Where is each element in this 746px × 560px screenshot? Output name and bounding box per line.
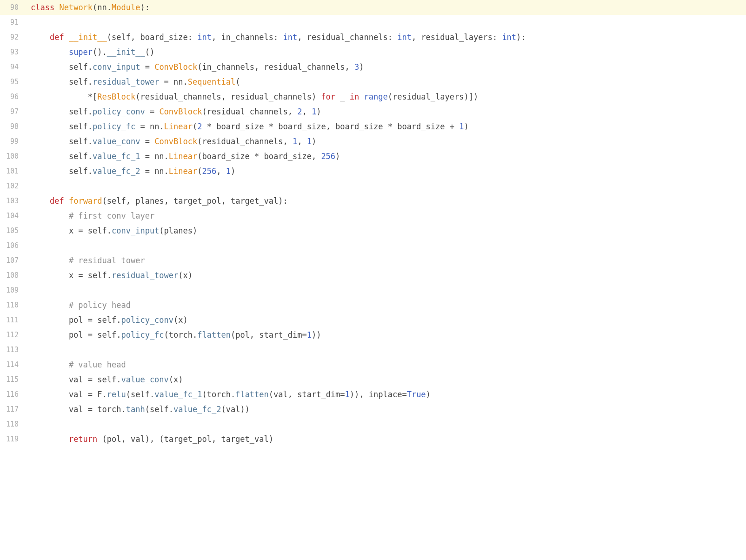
token-normal: ): [335, 153, 340, 160]
token-normal: val = F.: [31, 391, 107, 399]
code-line[interactable]: 102: [0, 179, 746, 193]
code-content[interactable]: pol = self.policy_conv(x): [24, 313, 746, 327]
token-normal: , in_channels:: [212, 33, 283, 41]
code-line[interactable]: 96 *[ResBlock(residual_channels, residua…: [0, 89, 746, 104]
token-normal: *[: [31, 93, 97, 101]
code-content[interactable]: self.conv_input = ConvBlock(in_channels,…: [24, 60, 746, 74]
code-content[interactable]: [24, 238, 746, 253]
token-call: policy_fc: [121, 331, 164, 339]
code-line[interactable]: 114 # value head: [0, 357, 746, 372]
code-line[interactable]: 112 pol = self.policy_fc(torch.flatten(p…: [0, 327, 746, 342]
token-normal: (residual_channels,: [197, 138, 293, 146]
token-member: policy_conv: [93, 108, 145, 116]
code-line[interactable]: 95 self.residual_tower = nn.Sequential(: [0, 74, 746, 89]
code-content[interactable]: # policy head: [24, 298, 746, 313]
code-line[interactable]: 100 self.value_fc_1 = nn.Linear(board_si…: [0, 149, 746, 164]
token-normal: ,: [302, 108, 311, 116]
code-line[interactable]: 117 val = torch.tanh(self.value_fc_2(val…: [0, 402, 746, 417]
code-content[interactable]: return (pol, val), (target_pol, target_v…: [24, 432, 746, 447]
code-content[interactable]: val = self.value_conv(x): [24, 372, 746, 387]
token-type: Linear: [164, 123, 193, 131]
code-line[interactable]: 97 self.policy_conv = ConvBlock(residual…: [0, 104, 746, 119]
code-content[interactable]: self.policy_fc = nn.Linear(2 * board_siz…: [24, 119, 746, 134]
token-number: 2: [197, 123, 202, 131]
code-content[interactable]: self.residual_tower = nn.Sequential(: [24, 74, 746, 89]
token-normal: =: [145, 108, 160, 116]
code-line[interactable]: 98 self.policy_fc = nn.Linear(2 * board_…: [0, 119, 746, 134]
code-line[interactable]: 119 return (pol, val), (target_pol, targ…: [0, 432, 746, 447]
token-func: forward: [69, 197, 102, 205]
code-line[interactable]: 99 self.value_conv = ConvBlock(residual_…: [0, 134, 746, 149]
code-line[interactable]: 90class Network(nn.Module):: [0, 0, 746, 15]
code-content[interactable]: def __init__(self, board_size: int, in_c…: [24, 30, 746, 45]
token-number: 256: [321, 153, 335, 160]
token-normal: [31, 361, 69, 369]
line-number: 104: [0, 208, 24, 223]
token-call: flatten: [197, 331, 231, 339]
token-member: policy_fc: [93, 123, 135, 131]
code-content[interactable]: pol = self.policy_fc(torch.flatten(pol, …: [24, 327, 746, 342]
line-number: 92: [0, 30, 24, 45]
token-normal: [64, 197, 69, 205]
token-normal: self.: [31, 138, 93, 146]
code-line[interactable]: 93 super().__init__(): [0, 45, 746, 60]
token-normal: ): [359, 63, 364, 71]
code-line[interactable]: 91: [0, 15, 746, 30]
code-line[interactable]: 94 self.conv_input = ConvBlock(in_channe…: [0, 60, 746, 74]
code-content[interactable]: self.value_fc_2 = nn.Linear(256, 1): [24, 164, 746, 179]
token-normal: [64, 33, 69, 41]
code-line[interactable]: 92 def __init__(self, board_size: int, i…: [0, 30, 746, 45]
code-content[interactable]: [24, 179, 746, 193]
code-content[interactable]: # first conv layer: [24, 208, 746, 223]
token-normal: (val)): [221, 406, 249, 413]
code-line[interactable]: 103 def forward(self, planes, target_pol…: [0, 193, 746, 208]
code-content[interactable]: *[ResBlock(residual_channels, residual_c…: [24, 89, 746, 104]
code-content[interactable]: x = self.residual_tower(x): [24, 268, 746, 283]
token-normal: [31, 197, 50, 205]
token-normal: , residual_layers:: [412, 33, 502, 41]
code-content[interactable]: super().__init__(): [24, 45, 746, 60]
line-number: 108: [0, 268, 24, 283]
code-content[interactable]: self.value_conv = ConvBlock(residual_cha…: [24, 134, 746, 149]
token-normal: self.: [31, 167, 93, 175]
code-line[interactable]: 108 x = self.residual_tower(x): [0, 268, 746, 283]
code-line[interactable]: 104 # first conv layer: [0, 208, 746, 223]
code-content[interactable]: # value head: [24, 357, 746, 372]
code-line[interactable]: 113: [0, 342, 746, 357]
code-content[interactable]: def forward(self, planes, target_pol, ta…: [24, 193, 746, 208]
code-content[interactable]: [24, 15, 746, 30]
code-content[interactable]: val = F.relu(self.value_fc_1(torch.flatt…: [24, 387, 746, 402]
code-line[interactable]: 110 # policy head: [0, 298, 746, 313]
code-editor[interactable]: 90class Network(nn.Module):9192 def __in…: [0, 0, 746, 447]
code-line[interactable]: 106: [0, 238, 746, 253]
code-line[interactable]: 105 x = self.conv_input(planes): [0, 223, 746, 238]
code-content[interactable]: self.policy_conv = ConvBlock(residual_ch…: [24, 104, 746, 119]
code-content[interactable]: # residual tower: [24, 253, 746, 268]
code-content[interactable]: val = torch.tanh(self.value_fc_2(val)): [24, 402, 746, 417]
code-line[interactable]: 116 val = F.relu(self.value_fc_1(torch.f…: [0, 387, 746, 402]
token-normal: ): [464, 123, 468, 131]
token-normal: pol = self.: [31, 331, 121, 339]
code-content[interactable]: self.value_fc_1 = nn.Linear(board_size *…: [24, 149, 746, 164]
code-line[interactable]: 115 val = self.value_conv(x): [0, 372, 746, 387]
code-content[interactable]: [24, 342, 746, 357]
code-line[interactable]: 118: [0, 417, 746, 432]
line-number: 100: [0, 149, 24, 164]
token-normal: [31, 212, 69, 220]
code-content[interactable]: [24, 417, 746, 432]
code-line[interactable]: 101 self.value_fc_2 = nn.Linear(256, 1): [0, 164, 746, 179]
line-number: 95: [0, 74, 24, 89]
token-member: value_fc_1: [93, 153, 140, 160]
token-keyword: return: [69, 435, 97, 443]
token-normal: (in_channels, residual_channels,: [197, 63, 354, 71]
token-number: 3: [354, 63, 359, 71]
token-normal: (nn.: [93, 4, 112, 12]
code-line[interactable]: 111 pol = self.policy_conv(x): [0, 313, 746, 327]
token-normal: (residual_channels, residual_channels): [135, 93, 321, 101]
code-content[interactable]: class Network(nn.Module):: [24, 0, 746, 15]
code-content[interactable]: x = self.conv_input(planes): [24, 223, 746, 238]
code-line[interactable]: 109: [0, 283, 746, 298]
token-number: 1: [307, 331, 312, 339]
code-content[interactable]: [24, 283, 746, 298]
code-line[interactable]: 107 # residual tower: [0, 253, 746, 268]
